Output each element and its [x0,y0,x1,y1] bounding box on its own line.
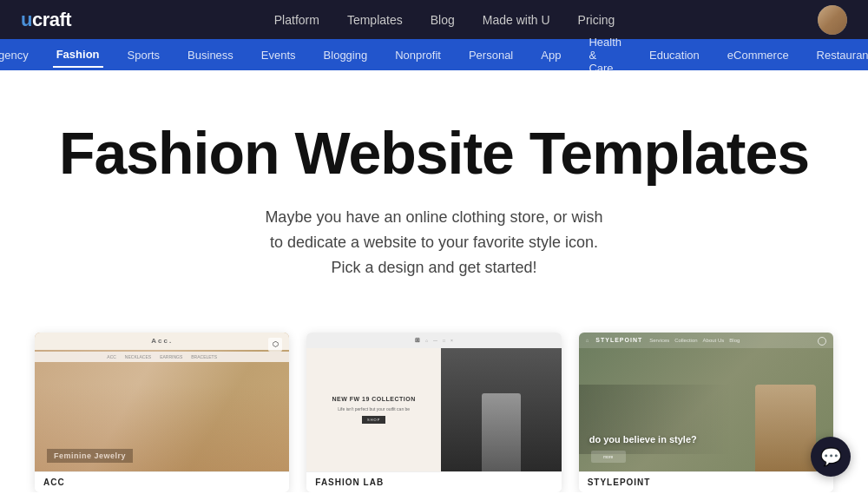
stylepoint-headline: do you believe in style? [589,434,697,445]
card-right-fashion-lab [441,348,562,471]
card-background-acc: Acc. ACC NECKLACES EARRINGS BRACELETS ⬡ … [35,333,289,471]
stylepoint-logo: STYLEPOINT [595,337,642,343]
hero-section: Fashion Website Templates Maybe you have… [0,70,868,315]
avatar[interactable] [818,5,847,35]
hero-subtitle: Maybe you have an online clothing store,… [260,205,608,280]
chat-button[interactable]: 💬 [811,437,851,477]
user-area [818,5,847,35]
cat-events[interactable]: Events [258,43,299,67]
card-preview-stylepoint: ⌂ STYLEPOINT Services Collection About U… [579,333,833,471]
card-header-acc: Acc. [35,333,289,350]
category-navigation: Agency Fashion Sports Business Events Bl… [0,39,868,70]
cat-education[interactable]: Education [646,43,703,67]
page-title: Fashion Website Templates [17,122,851,184]
template-card-fashion-lab[interactable]: ⊞ ⌂ — □ × NEW FW 19 COLLECTION Life isn'… [306,333,561,492]
card-mock-fashion-lab: ⊞ ⌂ — □ × NEW FW 19 COLLECTION Life isn'… [306,333,561,471]
template-card-stylepoint[interactable]: ⌂ STYLEPOINT Services Collection About U… [579,333,833,492]
template-cards: Acc. ACC NECKLACES EARRINGS BRACELETS ⬡ … [0,315,868,492]
cat-restaurants[interactable]: Restaurants [813,43,868,67]
cat-sports[interactable]: Sports [124,43,164,67]
card-icon-acc: ⬡ [268,338,282,352]
card-left-fashion-lab: NEW FW 19 COLLECTION Life isn't perfect … [306,348,441,471]
nav-links: Platform Templates Blog Made with U Pric… [274,13,615,27]
card-title-stylepoint: STYLEPOINT [579,471,833,492]
template-card-acc[interactable]: Acc. ACC NECKLACES EARRINGS BRACELETS ⬡ … [35,333,289,492]
logo[interactable]: ucraft [21,9,71,31]
nav-pricing[interactable]: Pricing [578,13,615,27]
shop-button[interactable]: SHOP [362,416,385,424]
nav-made-with-u[interactable]: Made with U [483,13,550,27]
card-header-bar-fashion-lab: ⊞ ⌂ — □ × [306,333,561,348]
card-image-fashion-lab [441,348,562,471]
collection-title: NEW FW 19 COLLECTION [332,395,415,403]
card-preview-fashion-lab: ⊞ ⌂ — □ × NEW FW 19 COLLECTION Life isn'… [306,333,561,471]
cat-fashion[interactable]: Fashion [53,43,103,68]
cat-ecommerce[interactable]: eCommerce [724,43,792,67]
cat-app[interactable]: App [537,43,564,67]
cat-blogging[interactable]: Blogging [320,43,372,67]
collection-subtitle: Life isn't perfect but your outfit can b… [338,406,410,412]
card-title-acc: ACC [35,471,289,492]
card-header-bar-stylepoint: ⌂ STYLEPOINT Services Collection About U… [579,333,833,348]
cat-agency[interactable]: Agency [0,43,32,67]
nav-blog[interactable]: Blog [431,13,455,27]
card-title-fashion-lab: FASHION LAB [306,471,561,492]
cat-business[interactable]: Business [184,43,237,67]
card-preview-acc: Acc. ACC NECKLACES EARRINGS BRACELETS ⬡ … [35,333,289,471]
stylepoint-person [755,385,816,471]
top-navigation: ucraft Platform Templates Blog Made with… [0,0,868,39]
nav-platform[interactable]: Platform [274,13,319,27]
card-mock-stylepoint: ⌂ STYLEPOINT Services Collection About U… [579,333,833,471]
card-content-fashion-lab: NEW FW 19 COLLECTION Life isn't perfect … [306,348,561,471]
cat-personal[interactable]: Personal [465,43,516,67]
stylepoint-search-icon [818,337,826,346]
cat-nonprofit[interactable]: Nonprofit [391,43,444,67]
cat-health-care[interactable]: Health & Care [585,30,625,80]
chat-icon: 💬 [820,446,842,467]
nav-templates[interactable]: Templates [347,13,403,27]
stylepoint-nav: Services Collection About Us Blog [649,338,740,343]
